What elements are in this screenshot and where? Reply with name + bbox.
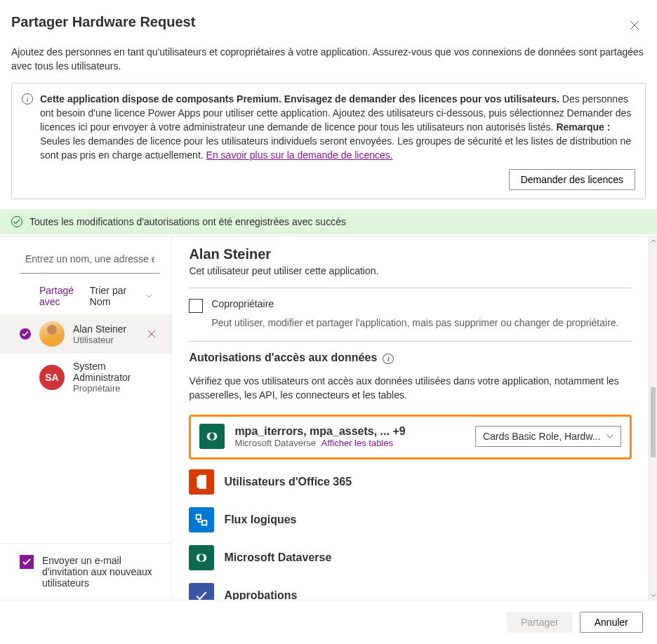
- premium-learn-more-link[interactable]: En savoir plus sur la demande de licence…: [206, 149, 393, 161]
- svg-rect-1: [202, 521, 206, 525]
- dataverse-icon: [189, 545, 214, 570]
- scroll-down-arrow[interactable]: [649, 591, 657, 600]
- role-select-dropdown[interactable]: Cards Basic Role, Hardw...: [475, 426, 621, 447]
- send-email-checkbox[interactable]: [20, 555, 34, 569]
- avatar: SA: [39, 365, 65, 390]
- dialog-title: Partager Hardware Request: [11, 14, 195, 30]
- info-icon[interactable]: i: [383, 354, 394, 364]
- premium-notice: i Cette application dispose de composant…: [11, 83, 646, 199]
- sort-label: Trier par Nom: [90, 285, 142, 307]
- search-input[interactable]: [20, 245, 160, 274]
- flow-icon: [189, 507, 214, 532]
- info-icon: i: [22, 93, 33, 105]
- success-text: Toutes les modifications d'autorisations…: [29, 216, 346, 227]
- dialog-description: Ajoutez des personnes en tant qu'utilisa…: [0, 45, 657, 83]
- office-icon: [189, 469, 214, 495]
- dataverse-icon: [199, 424, 225, 449]
- chevron-down-icon: [606, 434, 613, 438]
- user-name: System Administrator: [73, 361, 160, 383]
- divider: [189, 288, 632, 288]
- premium-remark: Remarque :: [556, 121, 610, 133]
- remove-user-icon[interactable]: [143, 326, 160, 342]
- share-button: Partager: [507, 612, 573, 633]
- approvals-icon: [189, 583, 214, 600]
- chevron-down-icon: [146, 294, 152, 298]
- connection-row: Approbations: [189, 583, 632, 600]
- sort-dropdown[interactable]: Trier par Nom: [90, 285, 152, 307]
- user-row[interactable]: SA System Administrator Propriétaire: [0, 354, 171, 401]
- coowner-checkbox[interactable]: [189, 299, 203, 313]
- scrollbar[interactable]: [649, 236, 657, 600]
- cancel-button[interactable]: Annuler: [580, 612, 643, 633]
- premium-bold-intro: Cette application dispose de composants …: [40, 93, 559, 105]
- connection-title: Utilisateurs d'Office 365: [224, 476, 352, 488]
- user-name: Alan Steiner: [73, 323, 126, 335]
- send-email-label: Envoyer un e-mail d'invitation aux nouve…: [42, 555, 154, 589]
- success-message-bar: Toutes les modifications d'autorisations…: [0, 209, 657, 234]
- user-role: Propriétaire: [73, 383, 160, 394]
- connection-title: Flux logiques: [224, 514, 296, 526]
- connection-subtitle: Microsoft Dataverse: [234, 438, 316, 448]
- divider: [189, 341, 632, 342]
- coowner-label: Copropriétaire: [211, 298, 274, 310]
- dataverse-highlighted-row: mpa_iterrors, mpa_assets, ... +9 Microso…: [189, 415, 632, 459]
- shared-with-tab[interactable]: Partagé avec: [39, 285, 90, 307]
- selected-check-icon: [20, 328, 31, 340]
- request-licenses-button[interactable]: Demander des licences: [509, 169, 635, 190]
- show-tables-link[interactable]: Afficher les tables: [321, 438, 393, 448]
- connection-row: Utilisateurs d'Office 365: [189, 469, 632, 495]
- selected-user-description: Cet utilisateur peut utiliser cette appl…: [189, 265, 632, 276]
- scroll-up-arrow[interactable]: [649, 236, 657, 246]
- premium-notice-text: Cette application dispose de composants …: [40, 92, 635, 162]
- user-row[interactable]: Alan Steiner Utilisateur: [0, 314, 171, 354]
- close-icon[interactable]: [623, 14, 646, 36]
- data-permissions-heading: Autorisations d'accès aux données: [189, 351, 377, 364]
- coowner-description: Peut utiliser, modifier et partager l'ap…: [211, 317, 632, 328]
- role-select-value: Cards Basic Role, Hardw...: [483, 431, 600, 442]
- svg-rect-0: [197, 515, 201, 519]
- connection-title: Microsoft Dataverse: [224, 551, 331, 564]
- connection-title: Approbations: [224, 589, 297, 600]
- scrollbar-thumb[interactable]: [651, 387, 656, 457]
- connection-row: Microsoft Dataverse: [189, 545, 632, 570]
- user-role: Utilisateur: [73, 335, 126, 345]
- connection-title: mpa_iterrors, mpa_assets, ... +9: [234, 425, 465, 438]
- success-icon: [11, 216, 22, 227]
- selected-user-name: Alan Steiner: [189, 246, 632, 262]
- data-permissions-description: Vérifiez que vos utilisateurs ont accès …: [189, 374, 632, 402]
- connection-row: Flux logiques: [189, 507, 632, 532]
- avatar: [39, 321, 65, 347]
